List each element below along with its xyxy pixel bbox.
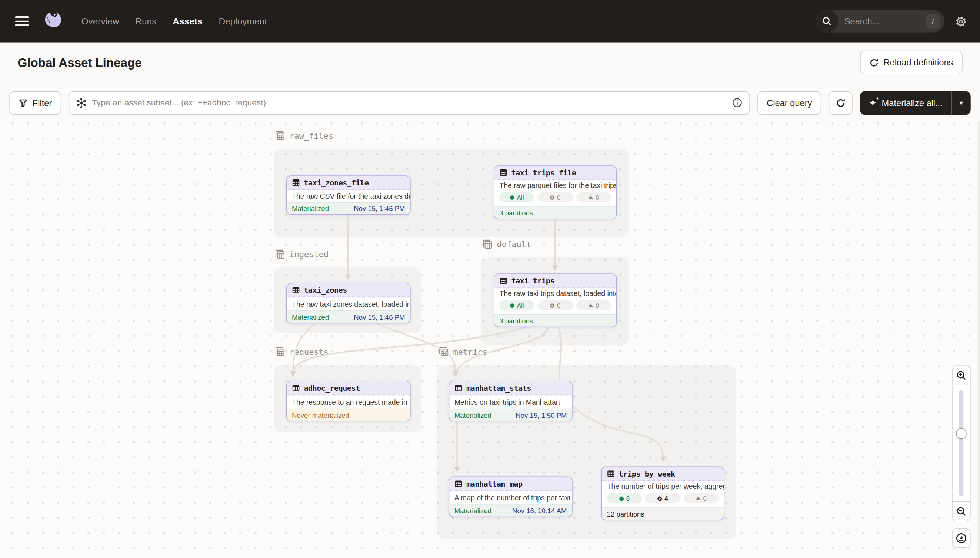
asset-node-taxi_trips[interactable]: taxi_trips The raw taxi trips dataset, l… xyxy=(494,274,617,327)
materialization-timestamp[interactable]: Nov 15, 1:46 PM xyxy=(354,313,405,320)
asset-graph-icon xyxy=(76,97,87,111)
table-icon xyxy=(499,169,507,177)
settings-gear-icon[interactable] xyxy=(954,15,967,28)
materialized-badge[interactable]: All xyxy=(499,192,534,202)
refresh-icon xyxy=(869,58,878,67)
refresh-button[interactable] xyxy=(829,91,853,115)
nav-item-overview[interactable]: Overview xyxy=(81,16,119,26)
edge-taxi_trips-to-adhoc_request xyxy=(293,327,528,372)
partition-health-badges: All 0 0 xyxy=(494,191,616,206)
zoom-in-button[interactable] xyxy=(952,365,971,385)
app: Overview Runs Assets Deployment Search..… xyxy=(0,0,980,558)
materialization-timestamp[interactable]: Nov 15, 1:46 PM xyxy=(354,205,405,212)
asset-node-manhattan_stats[interactable]: manhattan_stats Metrics on taxi trips in… xyxy=(449,381,573,422)
status-text: Materialized xyxy=(455,507,491,514)
materialize-dropdown-caret[interactable]: ▾ xyxy=(952,91,971,115)
materialization-timestamp[interactable]: Nov 15, 1:50 PM xyxy=(516,411,567,419)
table-icon xyxy=(292,384,300,392)
asset-query-inputwrap xyxy=(69,91,750,115)
zoom-out-button[interactable] xyxy=(952,501,971,521)
status-text: Materialized xyxy=(292,205,329,212)
asset-node-taxi_trips_file[interactable]: taxi_trips_file The raw parquet files fo… xyxy=(494,166,617,219)
menu-icon[interactable] xyxy=(15,16,29,26)
zoom-slider-thumb[interactable] xyxy=(956,428,967,439)
nav-item-runs[interactable]: Runs xyxy=(135,16,156,26)
failed-triangle-icon xyxy=(588,304,593,307)
partition-health-badges: All 0 0 xyxy=(494,299,616,314)
reload-definitions-button[interactable]: Reload definitions xyxy=(860,51,962,74)
download-image-button[interactable] xyxy=(952,528,971,548)
edge-taxi_trips-to-trips_by_week xyxy=(559,327,663,458)
materialize-all-split-button: ✦✦ Materialize all... ▾ xyxy=(860,91,970,115)
table-icon xyxy=(292,286,300,294)
failed-triangle-icon xyxy=(588,195,593,199)
partitions-count: 12 partitions xyxy=(607,510,644,517)
top-nav: Overview Runs Assets Deployment Search..… xyxy=(0,0,980,43)
filter-funnel-icon xyxy=(19,98,28,107)
partition-health-badges: 8 4 0 xyxy=(602,492,724,507)
lineage-toolbar: Filter Clear query xyxy=(0,83,980,122)
nav-links: Overview Runs Assets Deployment xyxy=(81,16,267,26)
status-text: Never materialized xyxy=(292,411,349,419)
global-search[interactable]: Search... / xyxy=(815,10,944,33)
edge-taxi_zones-to-adhoc_request xyxy=(293,323,316,372)
missing-ring-icon xyxy=(658,496,662,501)
asset-node-taxi_zones[interactable]: taxi_zones The raw taxi zones dataset, l… xyxy=(286,283,411,323)
zoom-slider-track xyxy=(959,391,964,497)
materialized-badge[interactable]: All xyxy=(499,300,534,310)
asset-node-trips_by_week[interactable]: trips_by_week The number of trips per we… xyxy=(601,467,724,520)
asset-node-taxi_zones_file[interactable]: taxi_zones_file The raw CSV file for the… xyxy=(286,176,411,215)
search-icon xyxy=(815,10,838,33)
missing-badge[interactable]: 4 xyxy=(645,493,680,503)
page-header: Global Asset Lineage Reload definitions xyxy=(0,43,980,83)
failed-badge[interactable]: 0 xyxy=(684,493,719,503)
sparkle-icon: ✦✦ xyxy=(869,98,877,107)
failed-badge[interactable]: 0 xyxy=(576,300,611,310)
table-icon xyxy=(455,384,463,392)
dagster-logo-icon[interactable] xyxy=(41,9,65,34)
asset-subset-input[interactable] xyxy=(69,91,750,115)
missing-ring-icon xyxy=(550,303,555,307)
failed-badge[interactable]: 0 xyxy=(576,192,611,202)
table-icon xyxy=(455,479,463,488)
page-title: Global Asset Lineage xyxy=(17,55,142,70)
status-text: Materialized xyxy=(455,411,491,419)
materialization-timestamp[interactable]: Nov 16, 10:14 AM xyxy=(512,507,567,514)
search-placeholder: Search... xyxy=(838,16,926,26)
table-icon xyxy=(499,277,507,285)
scrollbar-track[interactable] xyxy=(977,123,980,558)
nav-item-deployment[interactable]: Deployment xyxy=(219,16,267,26)
lineage-canvas[interactable]: raw_files ingested default requests metr… xyxy=(0,123,980,558)
partitions-count: 3 partitions xyxy=(499,209,533,216)
status-text: Materialized xyxy=(292,313,329,320)
materialized-badge[interactable]: 8 xyxy=(607,493,642,503)
filter-button[interactable]: Filter xyxy=(9,91,61,115)
materialized-dot-icon xyxy=(510,303,514,307)
materialized-dot-icon xyxy=(510,195,514,199)
missing-badge[interactable]: 0 xyxy=(538,300,573,310)
asset-node-manhattan_map[interactable]: manhattan_map A map of the number of tri… xyxy=(449,477,573,517)
table-icon xyxy=(292,179,300,187)
missing-ring-icon xyxy=(550,195,555,199)
nav-item-assets[interactable]: Assets xyxy=(173,16,202,26)
asset-node-adhoc_request[interactable]: adhoc_request The response to an request… xyxy=(286,381,411,422)
table-icon xyxy=(607,469,615,478)
missing-badge[interactable]: 0 xyxy=(538,192,573,202)
materialized-dot-icon xyxy=(619,496,624,501)
failed-triangle-icon xyxy=(695,497,701,500)
info-icon[interactable] xyxy=(732,97,743,110)
search-shortcut-badge: / xyxy=(926,14,940,28)
partitions-count: 3 partitions xyxy=(499,317,533,324)
clear-query-button[interactable]: Clear query xyxy=(758,91,822,115)
materialize-all-button[interactable]: ✦✦ Materialize all... xyxy=(860,91,951,115)
zoom-slider[interactable] xyxy=(952,385,971,502)
